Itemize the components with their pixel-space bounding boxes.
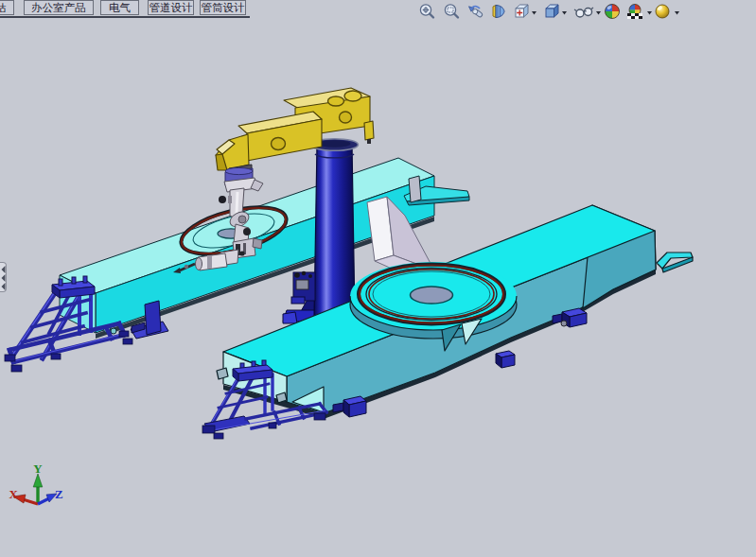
apply-scene-dropdown-icon[interactable] bbox=[646, 10, 653, 15]
display-style-dropdown-icon[interactable] bbox=[561, 10, 568, 15]
heads-up-view-toolbar bbox=[0, 3, 756, 20]
foot-c bbox=[496, 351, 515, 368]
zoom-to-fit-icon[interactable] bbox=[418, 3, 435, 20]
hide-show-items-icon[interactable] bbox=[573, 3, 594, 20]
triad-x-label: X bbox=[9, 487, 19, 501]
hide-show-items-dropdown-icon[interactable] bbox=[595, 10, 602, 15]
cad-application-window: Y X Z 估 办公室产品 电气 管道设计 管筒设计 bbox=[0, 0, 756, 557]
view-orientation-dropdown-icon[interactable] bbox=[531, 10, 537, 15]
display-style-icon[interactable] bbox=[543, 3, 560, 20]
previous-view-icon[interactable] bbox=[466, 3, 483, 20]
triad-z-label: Z bbox=[55, 487, 63, 501]
view-settings-icon[interactable] bbox=[654, 3, 671, 20]
right-beam-bore bbox=[411, 287, 453, 304]
zoom-to-area-icon[interactable] bbox=[443, 3, 460, 20]
collapse-arrows-left-icon bbox=[0, 263, 7, 291]
view-orientation-icon[interactable] bbox=[513, 3, 530, 20]
feature-panel-collapse-button[interactable] bbox=[0, 262, 7, 292]
view-settings-dropdown-icon[interactable] bbox=[674, 10, 680, 15]
wire-feeder-box bbox=[291, 271, 315, 304]
edit-appearance-icon[interactable] bbox=[604, 3, 621, 20]
apply-scene-icon[interactable] bbox=[625, 3, 644, 20]
triad-y-label: Y bbox=[33, 461, 43, 476]
section-view-icon[interactable] bbox=[489, 3, 506, 20]
graphics-viewport[interactable]: Y X Z bbox=[0, 0, 756, 557]
